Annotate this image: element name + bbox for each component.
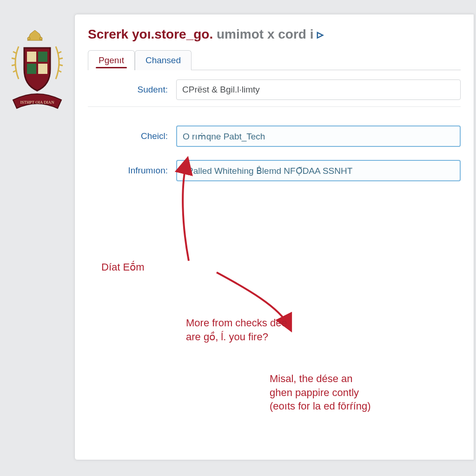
tab-chansed[interactable]: Chansed bbox=[135, 50, 192, 70]
label-infrumion: Infrumıon: bbox=[88, 165, 176, 176]
svg-point-1 bbox=[40, 37, 42, 40]
row-cheicl: Cheicl: bbox=[88, 119, 461, 153]
tab-bar-spacer bbox=[192, 69, 461, 70]
label-cheicl: Cheicl: bbox=[88, 131, 176, 141]
svg-point-0 bbox=[27, 37, 30, 40]
institution-crest: ISTHPT OIA DIAN bbox=[5, 30, 70, 123]
label-sudent: Sudent: bbox=[88, 85, 176, 95]
input-cheicl[interactable] bbox=[176, 126, 461, 147]
page-title: Screrk yoı.store_go. umimot x cord i ▹ bbox=[88, 26, 461, 42]
page-title-secondary: umimot x cord i bbox=[217, 27, 313, 41]
input-sudent[interactable] bbox=[176, 79, 461, 100]
form: Sudent: Cheicl: Infrumıon: bbox=[88, 73, 461, 188]
page-title-primary: Screrk yoı.store_go. bbox=[88, 27, 213, 41]
tab-bar: Pgenıt Chansed bbox=[88, 50, 461, 70]
chevron-right-icon: ▹ bbox=[317, 27, 324, 41]
crest-banner-text: ISTHPT OIA DIAN bbox=[20, 100, 54, 105]
svg-rect-4 bbox=[27, 64, 36, 74]
row-infrumion: Infrumıon: bbox=[88, 153, 461, 188]
svg-rect-5 bbox=[38, 64, 47, 74]
input-infrumion[interactable] bbox=[176, 160, 461, 181]
svg-rect-3 bbox=[38, 52, 47, 62]
svg-rect-2 bbox=[27, 52, 36, 62]
tab-pgenit[interactable]: Pgenıt bbox=[88, 50, 135, 70]
row-sudent: Sudent: bbox=[88, 73, 461, 107]
main-panel: Screrk yoı.store_go. umimot x cord i ▹ P… bbox=[74, 14, 474, 460]
